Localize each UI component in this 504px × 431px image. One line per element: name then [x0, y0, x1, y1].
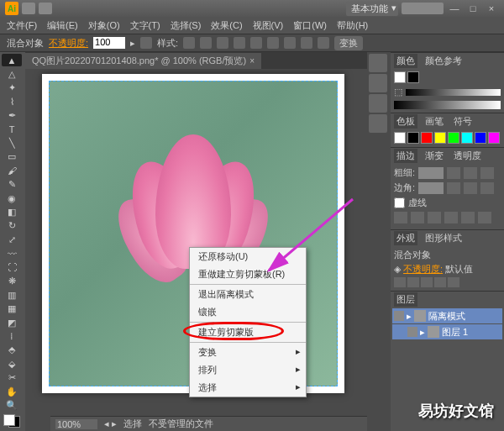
menu-help[interactable]: 帮助(H) [337, 19, 368, 32]
menu-window[interactable]: 窗口(W) [293, 19, 327, 32]
maximize-button[interactable]: □ [465, 3, 480, 14]
gradient-tool[interactable]: ◩ [2, 316, 22, 329]
line-tool[interactable]: ╲ [2, 137, 22, 150]
dock-icon-3[interactable] [369, 94, 387, 113]
cap-round[interactable] [464, 167, 477, 179]
pencil-tool[interactable]: ✎ [2, 178, 22, 191]
tab-transparency[interactable]: 透明度 [451, 149, 484, 163]
ctx-transform[interactable]: 变换 [190, 344, 306, 361]
menu-select[interactable]: 选择(S) [171, 19, 202, 32]
cap-butt[interactable] [447, 167, 460, 179]
symbol-tool[interactable]: ❋ [2, 275, 22, 287]
app-icon-4[interactable] [434, 277, 446, 287]
dock-icon-1[interactable] [369, 54, 387, 72]
rotate-tool[interactable]: ↻ [2, 219, 22, 232]
blend-tool[interactable]: ⬘ [2, 344, 22, 356]
mesh-tool[interactable]: ▦ [2, 302, 22, 315]
dash-checkbox[interactable] [394, 197, 405, 208]
status-nav[interactable]: ◂ ▸ [104, 418, 117, 429]
close-button[interactable]: × [484, 3, 499, 14]
rectangle-tool[interactable]: ▭ [2, 150, 22, 163]
canvas[interactable]: 还原移动(U) 重做建立剪切蒙板(R) 退出隔离模式 镶嵌 建立剪切蒙版 变换 … [25, 69, 367, 431]
ctx-mosaic[interactable]: 镶嵌 [190, 303, 306, 321]
spectrum-bar[interactable] [394, 101, 501, 109]
cap-square[interactable] [480, 167, 494, 179]
zoom-tool[interactable]: 🔍 [2, 399, 22, 412]
stroke-swatch[interactable] [407, 71, 419, 83]
app-opacity-label[interactable]: 不透明度: [403, 263, 443, 276]
menu-effect[interactable]: 效果(C) [211, 19, 242, 32]
tab-swatches[interactable]: 色板 [394, 114, 417, 129]
eyedropper-tool[interactable]: ⁞ [2, 330, 22, 343]
tab-appearance[interactable]: 外观 [394, 231, 417, 245]
visibility-icon[interactable] [407, 327, 417, 337]
tab-brushes[interactable]: 画笔 [423, 114, 446, 129]
tab-symbols[interactable]: 符号 [451, 114, 475, 129]
blob-tool[interactable]: ◉ [2, 192, 22, 204]
align-icon-3[interactable] [267, 37, 279, 49]
ctx-exit-isolation[interactable]: 退出隔离模式 [190, 286, 306, 303]
layer-row-isolation[interactable]: ▸隔离模式 [392, 308, 502, 323]
free-transform[interactable]: ⛶ [2, 261, 22, 274]
opt-icon-3[interactable] [217, 37, 228, 49]
brush-tool[interactable]: 🖌 [2, 165, 22, 177]
menu-type[interactable]: 文字(T) [130, 19, 160, 32]
workspace-switcher[interactable]: 基本功能 [346, 2, 398, 16]
join-bevel[interactable] [480, 182, 494, 194]
document-tab[interactable]: QQ图片20220701201408.png* @ 100% (RGB/预览) … [25, 53, 261, 69]
ctx-select[interactable]: 选择 [190, 379, 306, 397]
tab-color[interactable]: 颜色 [394, 54, 417, 68]
scale-tool[interactable]: ⤢ [2, 234, 22, 246]
slice-tool[interactable]: ✂ [2, 371, 22, 384]
hand-tool[interactable]: ✋ [2, 386, 22, 398]
magic-wand-tool[interactable]: ✦ [2, 81, 22, 94]
bridge-icon[interactable] [22, 3, 35, 14]
opacity-label[interactable]: 不透明度: [49, 37, 88, 50]
align-icon-2[interactable] [250, 37, 262, 49]
align-icon-4[interactable] [284, 37, 296, 49]
tab-graphic-styles[interactable]: 图形样式 [423, 231, 465, 245]
minimize-button[interactable]: — [447, 3, 462, 14]
eraser-tool[interactable]: ◧ [2, 206, 22, 218]
tab-layers[interactable]: 图层 [394, 292, 417, 307]
dock-icon-4[interactable] [369, 114, 387, 133]
live-paint-tool[interactable]: ⬙ [2, 358, 22, 371]
weight-input[interactable] [418, 167, 444, 179]
join-round[interactable] [464, 182, 477, 194]
align-icon-6[interactable] [318, 37, 329, 49]
pen-tool[interactable]: ✒ [2, 109, 22, 122]
opacity-input[interactable]: 100 [93, 37, 125, 49]
opt-icon-2[interactable] [200, 37, 212, 49]
app-icon-1[interactable] [394, 277, 406, 287]
style-swatch[interactable] [183, 37, 195, 49]
selection-tool[interactable]: ▲ [2, 54, 22, 66]
layer-row-1[interactable]: ▸图层 1 [392, 324, 502, 339]
app-icon-2[interactable] [407, 277, 419, 287]
visibility-icon[interactable] [394, 311, 404, 321]
tab-gradient[interactable]: 渐变 [423, 149, 446, 163]
app-icon-3[interactable] [421, 277, 433, 287]
search-field[interactable] [402, 3, 444, 14]
menu-edit[interactable]: 编辑(E) [47, 19, 78, 32]
warp-tool[interactable]: 〰 [2, 247, 22, 260]
menu-object[interactable]: 对象(O) [88, 19, 120, 32]
app-icon-5[interactable] [448, 277, 459, 287]
tab-color-guide[interactable]: 颜色参考 [423, 54, 465, 68]
type-tool[interactable]: T [2, 123, 22, 135]
ctx-arrange[interactable]: 排列 [190, 361, 306, 379]
align-icon-1[interactable] [234, 37, 245, 49]
graph-tool[interactable]: ▥ [2, 288, 22, 301]
miter-input[interactable] [418, 182, 444, 194]
fill-swatch[interactable] [394, 71, 406, 83]
dock-icon-2[interactable] [369, 74, 387, 92]
zoom-field[interactable]: 100% [55, 419, 97, 429]
tab-stroke[interactable]: 描边 [394, 149, 417, 163]
align-icon-5[interactable] [301, 37, 312, 49]
opt-icon-1[interactable] [140, 37, 152, 49]
tab-close-icon[interactable]: × [249, 56, 255, 66]
fill-stroke-swatch[interactable] [3, 414, 20, 427]
menu-file[interactable]: 文件(F) [7, 19, 37, 32]
arrange-icon[interactable] [39, 3, 52, 14]
join-miter[interactable] [447, 182, 460, 194]
transform-button[interactable]: 变换 [334, 36, 363, 50]
